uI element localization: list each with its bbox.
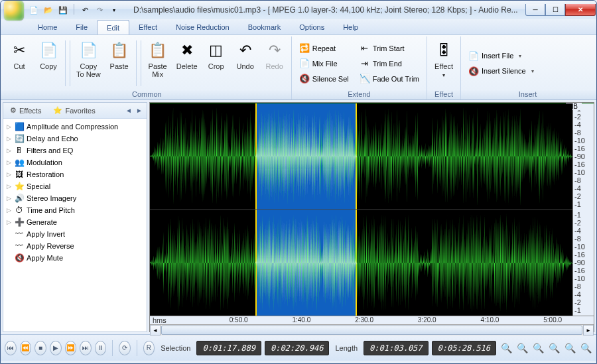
tree-item[interactable]: ▷⏱Time and Pitch	[3, 204, 147, 216]
loop-button[interactable]: ⟳	[119, 341, 131, 355]
waveform-sel-icon	[255, 210, 357, 316]
tab-favorites[interactable]: ⭐Favorites	[49, 105, 99, 116]
menu-effect[interactable]: Effect	[129, 19, 166, 34]
length-label: Length	[332, 344, 360, 352]
time-tick: 0:50.0	[230, 316, 248, 324]
qat-undo-icon[interactable]: ↶	[79, 4, 91, 16]
ribbon-group-insert: 📄Insert File▾🔇Insert Silence▾ Insert	[461, 36, 594, 99]
menu-bookmark[interactable]: Bookmark	[239, 19, 291, 34]
trim-start-button[interactable]: ⇤Trim Start	[355, 41, 424, 56]
menu-noise-reduction[interactable]: Noise Reduction	[166, 19, 239, 34]
paste-button[interactable]: 📋Paste	[105, 38, 133, 89]
fade-out-trim-button[interactable]: 📉Fade Out Trim	[355, 72, 424, 86]
scroll-left-icon[interactable]: ◄	[150, 325, 161, 335]
expand-icon[interactable]: ▷	[6, 219, 12, 225]
rewind-button[interactable]: ⏪	[20, 341, 32, 355]
crop-button[interactable]: ◫Crop	[202, 38, 230, 89]
expand-icon[interactable]: ▷	[6, 172, 12, 178]
redo-button[interactable]: ↷Redo	[261, 38, 289, 89]
expand-icon[interactable]: ▷	[6, 196, 12, 202]
waveform-editor[interactable]: dB -1-2-4-8-10-16-90-16-10-8-4-2-1 -1-2-…	[149, 102, 594, 332]
zoom-in-v-icon[interactable]: 🔍	[563, 341, 576, 355]
nav-back-icon[interactable]: ◄	[124, 106, 133, 115]
qat-new-icon[interactable]: 📄	[28, 4, 40, 16]
effect-button[interactable]: 🎛 Effect▾	[430, 38, 458, 89]
selection-end-time: 0:02:20.946	[265, 341, 329, 355]
minimize-button[interactable]: ─	[525, 4, 545, 16]
nav-fwd-icon[interactable]: ►	[135, 106, 144, 115]
category-icon: 🔊	[14, 193, 25, 204]
qat-dropdown-icon[interactable]: ▾	[108, 4, 120, 16]
zoom-out-v-icon[interactable]: 🔍	[579, 341, 592, 355]
goto-start-button[interactable]: ⏮	[5, 341, 17, 355]
tree-item[interactable]: ▷👥Modulation	[3, 156, 147, 168]
repeat-button[interactable]: 🔁Repeat	[295, 41, 354, 56]
menu-options[interactable]: Options	[290, 19, 334, 34]
tree-item[interactable]: ▷⭐Special	[3, 180, 147, 192]
db-tick: -4	[574, 290, 592, 298]
separator	[74, 4, 74, 15]
trim-end-button[interactable]: ⇥Trim End	[355, 56, 424, 71]
tree-label: Modulation	[27, 158, 62, 166]
tree-item[interactable]: 〰Apply Reverse	[3, 240, 147, 252]
expand-icon[interactable]	[6, 243, 12, 249]
qat-redo-icon[interactable]: ↷	[94, 4, 105, 16]
menu-edit[interactable]: Edit	[97, 20, 129, 34]
forward-button[interactable]: ⏩	[65, 341, 77, 355]
silence-sel-button[interactable]: 🔇Silence Sel	[295, 72, 354, 86]
expand-icon[interactable]: ▷	[6, 136, 12, 142]
stop-button[interactable]: ■	[34, 341, 46, 355]
tab-effects[interactable]: ⚙Effects	[6, 105, 45, 116]
app-orb-button[interactable]	[4, 1, 24, 21]
expand-icon[interactable]	[6, 255, 12, 261]
undo-button[interactable]: ↶Undo	[232, 38, 259, 89]
horizontal-scrollbar[interactable]: ◄ ►	[150, 324, 594, 335]
menu-file[interactable]: File	[66, 19, 97, 34]
expand-icon[interactable]: ▷	[6, 160, 12, 166]
qat-save-icon[interactable]: 💾	[57, 4, 69, 16]
tree-item[interactable]: ▷➕Generate	[3, 216, 147, 228]
maximize-button[interactable]: ☐	[545, 4, 565, 16]
waveform-left-channel[interactable]	[150, 103, 572, 210]
db-tick: -10	[574, 168, 592, 176]
expand-icon[interactable]: ▷	[6, 148, 12, 154]
goto-end-button[interactable]: ⏭	[80, 341, 92, 355]
mix-file-button[interactable]: 📄Mix File	[295, 56, 354, 71]
db-tick: -2	[574, 113, 592, 121]
copy-button[interactable]: 📄Copy	[34, 38, 62, 89]
expand-icon[interactable]	[6, 231, 12, 237]
zoom-out-h-icon[interactable]: 🔍	[515, 341, 529, 355]
delete-button[interactable]: ✖Delete	[173, 38, 201, 89]
zoom-full-icon[interactable]: 🔍	[547, 341, 561, 355]
effects-tree[interactable]: ▷🟦Amplitude and Compression▷🔄Delay and E…	[3, 119, 147, 332]
play-button[interactable]: ▶	[50, 341, 62, 355]
tree-item[interactable]: ▷🖼Restoration	[3, 168, 147, 180]
tree-item[interactable]: 〰Apply Invert	[3, 228, 147, 240]
menu-help[interactable]: Help	[334, 19, 367, 34]
insert-file-button[interactable]: 📄Insert File▾	[464, 48, 539, 63]
copy-to-new-button[interactable]: 📄CopyTo New	[73, 38, 104, 89]
close-button[interactable]: ✕	[565, 4, 596, 16]
expand-icon[interactable]: ▷	[6, 208, 12, 213]
record-button[interactable]: R	[143, 341, 155, 355]
expand-icon[interactable]: ▷	[6, 184, 12, 190]
insert-silence-button[interactable]: 🔇Insert Silence▾	[464, 64, 539, 78]
expand-icon[interactable]: ▷	[6, 124, 12, 130]
time-ruler[interactable]: hms 0:50.01:40.02:30.03:20.04:10.05:00.0	[150, 316, 594, 324]
menu-home[interactable]: Home	[29, 19, 66, 34]
scroll-thumb[interactable]	[161, 326, 582, 335]
waveform-right-channel[interactable]	[150, 210, 572, 316]
zoom-sel-icon[interactable]: 🔍	[531, 341, 545, 355]
qat-open-icon[interactable]: 📂	[42, 4, 54, 16]
zoom-in-h-icon[interactable]: 🔍	[499, 341, 513, 355]
scroll-right-icon[interactable]: ►	[583, 325, 594, 335]
tree-item[interactable]: 🔇Apply Mute	[3, 252, 147, 264]
pause-button[interactable]: ⏸	[95, 341, 107, 355]
tree-item[interactable]: ▷🎚Filters and EQ	[3, 145, 147, 156]
tree-item[interactable]: ▷🔊Stereo Imagery	[3, 192, 147, 204]
copy-icon: 📄	[38, 40, 59, 61]
cut-button[interactable]: ✂Cut	[5, 38, 33, 89]
tree-item[interactable]: ▷🔄Delay and Echo	[3, 133, 147, 145]
tree-item[interactable]: ▷🟦Amplitude and Compression	[3, 121, 147, 133]
paste-mix-button[interactable]: 📋PasteMix	[144, 38, 172, 89]
